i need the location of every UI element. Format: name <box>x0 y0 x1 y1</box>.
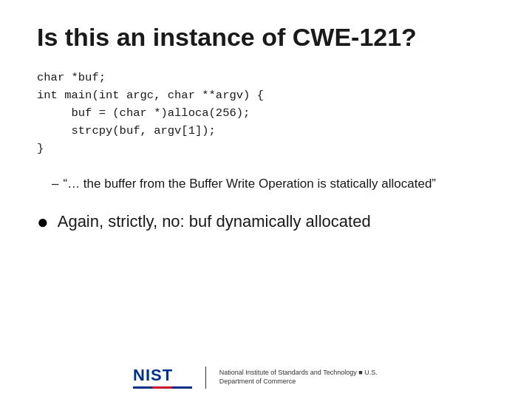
nist-logo-block: NIST <box>133 366 192 389</box>
footer-divider <box>205 366 206 389</box>
footer-agency-text: National Institute of Standards and Tech… <box>219 369 399 386</box>
slide-title: Is this an instance of CWE-121? <box>37 22 495 52</box>
code-line-5: } <box>37 140 495 157</box>
code-line-3: buf = (char *)alloca(256); <box>37 104 495 122</box>
nist-logo-letters: NIST <box>133 366 173 385</box>
code-line-1: char *buf; <box>37 69 495 86</box>
sub-bullet-text: “… the buffer from the Buffer Write Oper… <box>63 175 436 193</box>
nist-logo: NIST <box>133 366 192 389</box>
agency-line1: National Institute of Standards and Tech… <box>219 369 357 376</box>
sub-bullet-item: – “… the buffer from the Buffer Write Op… <box>52 175 495 193</box>
slide: Is this an instance of CWE-121? char *bu… <box>0 0 532 399</box>
code-block: char *buf; int main(int argc, char **arg… <box>37 69 495 157</box>
footer: NIST National Institute of Standards and… <box>133 366 399 389</box>
bullet-dot: ● <box>37 211 49 233</box>
main-bullet-text: Again, strictly, no: buf dynamically all… <box>58 211 371 233</box>
code-line-2: int main(int argc, char **argv) { <box>37 86 495 104</box>
nist-logo-bar <box>133 386 192 389</box>
sub-bullet-section: – “… the buffer from the Buffer Write Op… <box>52 175 495 197</box>
agency-separator: ■ <box>358 369 362 376</box>
code-line-4: strcpy(buf, argv[1]); <box>37 122 495 140</box>
main-bullet-item: ● Again, strictly, no: buf dynamically a… <box>37 211 495 233</box>
sub-bullet-dash: – <box>52 175 58 193</box>
